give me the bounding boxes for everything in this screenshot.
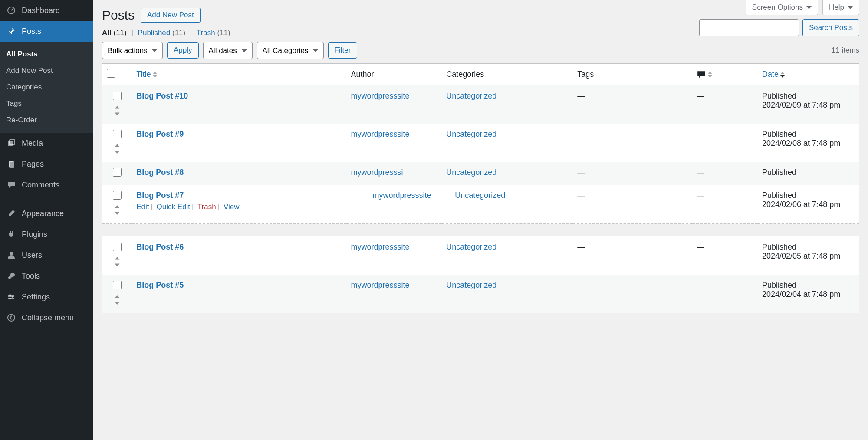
categories-select[interactable]: All Categories bbox=[257, 42, 324, 59]
sidebar-item-pages[interactable]: Pages bbox=[0, 154, 93, 174]
post-tags: — bbox=[573, 185, 692, 224]
row-checkbox[interactable] bbox=[113, 168, 122, 177]
row-action-trash[interactable]: Trash bbox=[197, 203, 216, 211]
bulk-actions-select[interactable]: Bulk actions bbox=[102, 42, 163, 59]
sidebar-subitem-reorder[interactable]: Re-Order bbox=[0, 112, 93, 128]
column-date[interactable]: Date bbox=[762, 70, 779, 79]
drag-handle-icon[interactable] bbox=[107, 295, 128, 307]
sidebar-item-dashboard[interactable]: Dashboard bbox=[0, 0, 93, 21]
apply-button[interactable]: Apply bbox=[167, 42, 199, 59]
row-checkbox[interactable] bbox=[113, 243, 122, 251]
tools-icon bbox=[6, 271, 16, 281]
row-action-edit[interactable]: Edit bbox=[136, 203, 149, 211]
row-checkbox[interactable] bbox=[113, 191, 122, 200]
sidebar-subitem-add-new[interactable]: Add New Post bbox=[0, 62, 93, 79]
post-category[interactable]: Uncategorized bbox=[446, 168, 496, 177]
post-tags: — bbox=[573, 275, 692, 313]
column-title[interactable]: Title bbox=[136, 70, 151, 79]
drop-indicator bbox=[102, 224, 859, 237]
svg-point-11 bbox=[9, 298, 11, 299]
row-action-quick-edit[interactable]: Quick Edit bbox=[157, 203, 190, 211]
filter-button[interactable]: Filter bbox=[328, 42, 358, 59]
sidebar-item-posts[interactable]: Posts bbox=[0, 21, 93, 42]
post-title[interactable]: Blog Post #7 bbox=[136, 191, 184, 200]
plug-icon bbox=[6, 229, 16, 240]
row-actions: Edit| Quick Edit| Trash| View bbox=[136, 203, 342, 211]
filter-published-count: (11) bbox=[172, 29, 185, 37]
sidebar-item-settings[interactable]: Settings bbox=[0, 286, 93, 307]
help-tab[interactable]: Help bbox=[822, 0, 859, 15]
sidebar-item-plugins[interactable]: Plugins bbox=[0, 224, 93, 245]
sidebar-submenu-posts: All Posts Add New Post Categories Tags R… bbox=[0, 42, 93, 133]
sidebar-label: Appearance bbox=[22, 209, 64, 218]
post-author[interactable]: mywordpresssite bbox=[373, 191, 431, 200]
post-author[interactable]: mywordpresssite bbox=[351, 130, 410, 138]
post-title[interactable]: Blog Post #10 bbox=[136, 92, 188, 100]
post-comments: — bbox=[692, 124, 758, 162]
post-status: Published bbox=[762, 130, 855, 139]
dates-select[interactable]: All dates bbox=[203, 42, 253, 59]
post-author[interactable]: mywordpresssite bbox=[351, 92, 410, 100]
post-category[interactable]: Uncategorized bbox=[455, 191, 505, 200]
row-checkbox[interactable] bbox=[113, 92, 122, 100]
sidebar-item-media[interactable]: Media bbox=[0, 133, 93, 154]
search-input[interactable] bbox=[699, 19, 799, 36]
post-category[interactable]: Uncategorized bbox=[446, 243, 496, 251]
row-action-view[interactable]: View bbox=[224, 203, 240, 211]
sort-indicator-icon bbox=[708, 72, 712, 78]
pin-icon bbox=[6, 26, 16, 36]
drag-handle-icon[interactable] bbox=[107, 257, 128, 269]
post-category[interactable]: Uncategorized bbox=[446, 92, 496, 100]
filter-trash[interactable]: Trash bbox=[197, 29, 215, 37]
post-date: 2024/02/09 at 7:48 pm bbox=[762, 101, 855, 110]
post-status: Published bbox=[762, 92, 855, 101]
sidebar-label: Pages bbox=[22, 160, 44, 169]
drag-handle-icon[interactable] bbox=[107, 144, 128, 156]
post-title[interactable]: Blog Post #6 bbox=[136, 243, 184, 251]
row-checkbox[interactable] bbox=[113, 130, 122, 138]
post-category[interactable]: Uncategorized bbox=[446, 130, 496, 138]
post-comments: — bbox=[692, 85, 758, 124]
post-category[interactable]: Uncategorized bbox=[446, 281, 496, 289]
admin-sidebar: Dashboard Posts All Posts Add New Post C… bbox=[0, 0, 93, 322]
sidebar-subitem-tags[interactable]: Tags bbox=[0, 95, 93, 112]
svg-point-10 bbox=[12, 296, 13, 298]
drag-handle-icon[interactable] bbox=[107, 106, 128, 118]
row-checkbox[interactable] bbox=[113, 281, 122, 289]
dashboard-icon bbox=[6, 5, 16, 16]
add-new-post-button[interactable]: Add New Post bbox=[141, 8, 201, 23]
column-comments[interactable] bbox=[692, 64, 758, 85]
chevron-down-icon bbox=[806, 6, 812, 9]
sidebar-collapse[interactable]: Collapse menu bbox=[0, 307, 93, 322]
post-tags: — bbox=[573, 124, 692, 162]
post-author[interactable]: mywordpresssi bbox=[351, 168, 403, 177]
post-comments: — bbox=[692, 275, 758, 313]
sidebar-item-users[interactable]: Users bbox=[0, 245, 93, 266]
svg-point-9 bbox=[9, 294, 11, 296]
post-title[interactable]: Blog Post #5 bbox=[136, 281, 184, 289]
media-icon bbox=[6, 138, 16, 148]
sidebar-label: Posts bbox=[22, 27, 41, 36]
sidebar-item-comments[interactable]: Comments bbox=[0, 174, 93, 195]
post-title[interactable]: Blog Post #9 bbox=[136, 130, 184, 138]
sidebar-item-tools[interactable]: Tools bbox=[0, 266, 93, 286]
sidebar-label: Users bbox=[22, 251, 42, 260]
filter-published[interactable]: Published bbox=[138, 29, 171, 37]
search-posts-button[interactable]: Search Posts bbox=[802, 19, 859, 36]
sidebar-item-appearance[interactable]: Appearance bbox=[0, 203, 93, 224]
sidebar-subitem-all-posts[interactable]: All Posts bbox=[0, 46, 93, 62]
post-date: 2024/02/04 at 7:48 pm bbox=[762, 290, 855, 299]
sort-indicator-icon bbox=[780, 72, 785, 78]
sidebar-label: Plugins bbox=[22, 230, 47, 239]
sidebar-subitem-categories[interactable]: Categories bbox=[0, 79, 93, 95]
screen-options-tab[interactable]: Screen Options bbox=[746, 0, 818, 15]
post-author[interactable]: mywordpresssite bbox=[351, 281, 410, 289]
post-author[interactable]: mywordpresssite bbox=[351, 243, 410, 251]
drag-handle-icon[interactable] bbox=[107, 205, 128, 217]
filter-all[interactable]: All bbox=[102, 29, 112, 37]
post-title[interactable]: Blog Post #8 bbox=[136, 168, 184, 177]
select-all-checkbox[interactable] bbox=[107, 69, 115, 78]
sidebar-label: Comments bbox=[22, 181, 59, 190]
post-status: Published bbox=[762, 243, 855, 252]
main-content: Screen Options Help Posts Add New Post A… bbox=[93, 0, 868, 322]
